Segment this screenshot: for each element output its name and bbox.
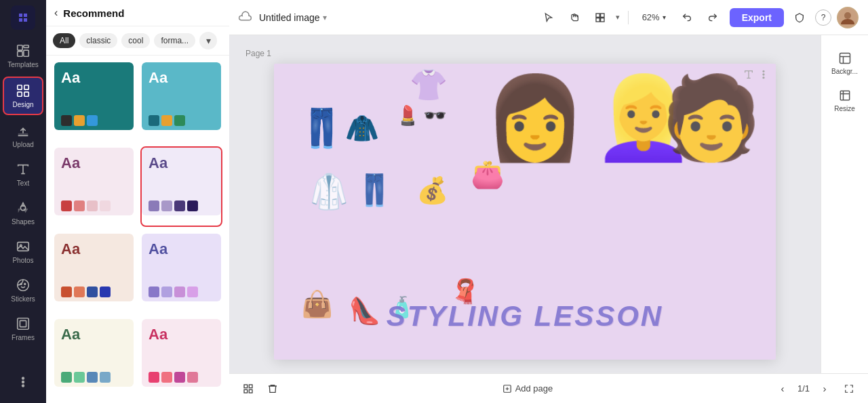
panel-title: Recommend — [63, 7, 124, 19]
prev-page-button[interactable]: ‹ — [773, 379, 792, 398]
swatch — [149, 200, 159, 211]
swatch — [161, 115, 172, 126]
sidebar-item-stickers[interactable]: Stickers — [3, 272, 43, 308]
template-aa-t6: Aa — [149, 240, 214, 258]
collage-figure3: 🧑 — [660, 70, 762, 166]
layout-tool-button[interactable] — [590, 7, 610, 28]
template-aa-t3: Aa — [61, 154, 127, 172]
right-panel-resize-label: Resize — [834, 105, 855, 112]
next-page-button[interactable]: › — [815, 379, 834, 398]
svg-point-25 — [844, 12, 851, 19]
svg-rect-7 — [18, 92, 22, 96]
svg-rect-3 — [18, 51, 22, 56]
sidebar-item-photos[interactable]: Photos — [3, 234, 43, 270]
right-panel-background[interactable]: Backgr... — [826, 46, 864, 81]
zoom-button[interactable]: 62% ▾ — [637, 9, 671, 25]
sidebar-item-frames[interactable]: Frames — [3, 311, 43, 347]
svg-rect-20 — [596, 14, 599, 17]
sidebar-item-templates[interactable]: Templates — [3, 38, 43, 74]
collage-sunglasses: 🕶️ — [423, 104, 447, 127]
template-aa-t8: Aa — [149, 326, 214, 343]
filter-tab-cool[interactable]: cool — [121, 33, 150, 48]
sidebar-item-shapes[interactable]: Shapes — [3, 195, 43, 231]
zoom-chevron: ▾ — [663, 14, 666, 21]
template-card-t4[interactable]: Aa — [140, 146, 222, 226]
app-logo[interactable] — [11, 5, 35, 30]
filter-tab-formal[interactable]: forma... — [154, 33, 195, 48]
sidebar-item-upload[interactable]: Upload — [3, 118, 43, 154]
canvas-styling-text: STYLING LESSON — [387, 300, 663, 333]
hand-tool-button[interactable] — [564, 7, 585, 28]
sidebar-item-frames-label: Frames — [12, 334, 35, 341]
template-swatches-t8 — [149, 372, 214, 383]
panel-back-button[interactable]: ‹ — [54, 7, 58, 19]
template-aa-t2: Aa — [149, 69, 214, 87]
add-page-button[interactable]: Add page — [497, 381, 559, 396]
undo-button[interactable] — [677, 7, 697, 28]
select-tool-button[interactable] — [538, 7, 559, 28]
right-panel: Backgr... Resize — [821, 35, 868, 373]
sidebar-item-upload-label: Upload — [12, 141, 34, 148]
template-card-t5[interactable]: Aa — [53, 232, 135, 312]
page-info: 1/1 — [797, 383, 810, 394]
swatch — [149, 287, 159, 297]
right-panel-resize[interactable]: Resize — [826, 83, 864, 118]
collage-bag2: 👛 — [471, 158, 505, 190]
grid-view-button[interactable] — [239, 379, 258, 398]
template-swatches-t5 — [61, 287, 127, 297]
swatch — [161, 372, 172, 383]
template-aa-t4: Aa — [149, 154, 214, 172]
template-card-t8[interactable]: Aa — [140, 318, 222, 398]
help-button[interactable]: ? — [815, 9, 831, 26]
page-label: Page 1 — [243, 49, 271, 58]
template-card-t7[interactable]: Aa — [53, 318, 135, 398]
svg-rect-34 — [249, 389, 252, 393]
svg-rect-33 — [244, 389, 248, 393]
template-card-t1[interactable]: Aa — [53, 61, 135, 141]
swatch — [74, 200, 85, 211]
swatch — [174, 115, 185, 126]
template-card-t6[interactable]: Aa — [140, 232, 222, 312]
filter-tab-more-button[interactable]: ▾ — [199, 32, 217, 49]
canvas-frame[interactable]: 👖 🧥 👚 💄 🕶️ 👩 👱‍♀️ 🧑 👜 👠 🧴 — [274, 64, 776, 360]
expand-button[interactable] — [840, 379, 859, 398]
svg-rect-30 — [840, 91, 849, 100]
swatch — [74, 287, 85, 297]
svg-rect-4 — [18, 85, 22, 89]
swatch — [87, 287, 98, 297]
user-avatar[interactable] — [837, 7, 859, 28]
swatch — [61, 287, 72, 297]
template-aa-t7: Aa — [61, 326, 127, 343]
redo-button[interactable] — [703, 7, 723, 28]
export-button[interactable]: Export — [730, 8, 784, 27]
filter-tab-all[interactable]: All — [53, 33, 75, 48]
bottom-bar: Add page ‹ 1/1 › — [229, 373, 868, 403]
sidebar-item-text[interactable]: Text — [3, 156, 43, 192]
swatch — [149, 372, 159, 383]
svg-rect-10 — [18, 242, 29, 251]
svg-rect-5 — [24, 85, 28, 89]
filter-tabs-row: All classic cool forma... ▾ — [46, 26, 229, 56]
bottom-bar-left — [239, 379, 282, 398]
document-title-chevron: ▾ — [323, 13, 327, 22]
swatch — [187, 372, 198, 383]
delete-button[interactable] — [263, 379, 282, 398]
collage-jeans2: 👖 — [355, 172, 393, 208]
template-swatches-t3 — [61, 200, 127, 211]
sidebar-item-design[interactable]: Design — [3, 77, 43, 115]
shield-button[interactable] — [789, 7, 810, 28]
collage-coat2: 🥼 — [308, 172, 350, 211]
svg-point-14 — [24, 283, 26, 284]
filter-tab-classic[interactable]: classic — [79, 33, 117, 48]
swatch — [174, 287, 185, 297]
sidebar-item-design-label: Design — [12, 101, 33, 108]
svg-rect-23 — [600, 18, 604, 21]
document-title[interactable]: Untitled image ▾ — [259, 12, 327, 23]
template-card-t3[interactable]: Aa — [53, 146, 135, 226]
template-card-t2[interactable]: Aa — [140, 61, 222, 141]
sidebar-item-more[interactable] — [3, 369, 43, 395]
canvas-scroll[interactable]: Page 1 👖 🧥 — [229, 35, 821, 373]
svg-rect-1 — [24, 45, 28, 48]
swatch — [87, 115, 98, 126]
toolbar-tools: ▾ 62% ▾ — [538, 7, 723, 28]
